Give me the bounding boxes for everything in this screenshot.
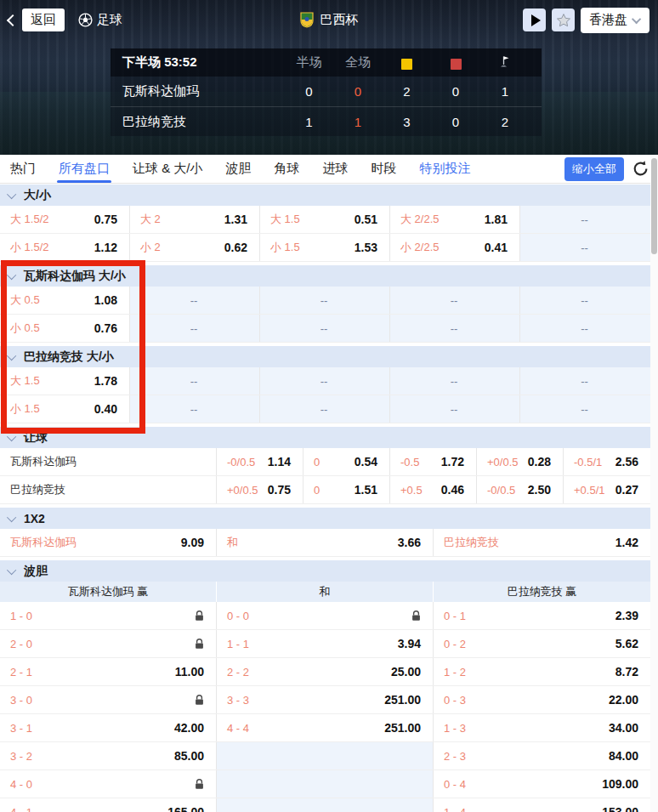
odds-cell[interactable]: 1 - 4153.00	[434, 798, 650, 812]
odds-cell[interactable]: 大 2/2.51.81	[390, 206, 520, 233]
odds-cell[interactable]: 大 1.51.78	[0, 367, 130, 395]
away-red-cards: 0	[431, 115, 480, 129]
odds-selection-label: -0.5/1	[574, 456, 602, 468]
odds-cell[interactable]: 大 1.50.51	[260, 206, 390, 233]
odds-selection-label: +0/0.5	[227, 484, 258, 497]
chevron-down-icon	[7, 512, 16, 521]
odds-cell[interactable]: 小 20.62	[130, 234, 260, 261]
odds-cell[interactable]: 00.54	[303, 448, 390, 475]
sport-label: 足球	[97, 12, 122, 28]
odds-cell[interactable]: 01.51	[303, 476, 390, 503]
odds-cell[interactable]: 1 - 28.72	[434, 658, 650, 685]
odds-value: 1.31	[224, 213, 247, 226]
odds-row: 瓦斯科达伽玛-0/0.51.1400.54-0.51.72+0/0.50.28-…	[0, 448, 650, 476]
odds-cell[interactable]: 0 - 4109.00	[434, 770, 650, 798]
odds-cell[interactable]: +0/0.50.75	[217, 476, 303, 503]
odds-cell[interactable]: 0 - 322.00	[434, 686, 650, 713]
odds-cell[interactable]: 2 - 225.00	[217, 658, 434, 685]
odds-cell[interactable]: 1 - 13.94	[217, 630, 434, 657]
odds-cell[interactable]: 大 1.5/20.75	[0, 206, 130, 233]
odds-cell[interactable]: 小 2/2.50.41	[390, 234, 520, 261]
scrollbar-thumb[interactable]	[651, 158, 657, 254]
odds-cell[interactable]: 瓦斯科达伽玛9.09	[0, 529, 217, 556]
odds-cell[interactable]: 4 - 4251.00	[217, 714, 434, 741]
odds-selection-label: -0/0.5	[227, 456, 255, 468]
tab-7[interactable]: 特别投注	[420, 155, 471, 184]
scoreboard-header: 下半场 53:52 半场 全场	[111, 48, 542, 77]
play-stream-button[interactable]	[523, 9, 546, 31]
odds-cell[interactable]: 3 - 3251.00	[217, 686, 434, 713]
odds-selection-label: 0 - 0	[227, 610, 249, 622]
odds-selection-label: 瓦斯科达伽玛	[10, 535, 77, 550]
odds-selection-label: 4 - 4	[227, 722, 249, 735]
tab-bar-tabs: 热门所有盘口让球 & 大/小波胆角球进球时段特别投注	[10, 155, 471, 184]
odds-cell[interactable]: 大 0.51.08	[0, 287, 130, 314]
odds-cell[interactable]: +0.5/10.27	[564, 476, 650, 503]
odds-cell[interactable]: 小 1.5/21.12	[0, 234, 130, 261]
odds-cell[interactable]: 巴拉纳竞技1.42	[434, 529, 650, 556]
scrollbar-track[interactable]	[650, 156, 658, 812]
odds-cell[interactable]: +0/0.50.28	[477, 448, 564, 475]
refresh-icon[interactable]	[632, 160, 649, 178]
section-header-over-under[interactable]: 大/小	[0, 185, 650, 206]
section-header-1x2[interactable]: 1X2	[0, 508, 650, 529]
tab-3[interactable]: 波胆	[226, 155, 252, 184]
corner-flag-icon	[480, 55, 530, 71]
score-column-headers: 瓦斯科达伽玛 赢和巴拉纳竞技 赢	[0, 582, 650, 602]
odds-market-select[interactable]: 香港盘	[581, 8, 649, 33]
no-odds-cell: --	[130, 287, 260, 314]
lock-icon	[195, 610, 204, 622]
home-red-cards: 0	[431, 84, 480, 99]
tab-2[interactable]: 让球 & 大/小	[133, 155, 203, 184]
tab-4[interactable]: 角球	[275, 155, 300, 184]
odds-cell[interactable]: 1 - 334.00	[434, 714, 650, 741]
odds-cell[interactable]: -0.5/12.56	[564, 448, 650, 475]
league-title: 巴西杯	[300, 12, 359, 28]
odds-cell[interactable]: 2 - 111.00	[0, 658, 217, 685]
odds-row: 3 - 285.002 - 384.00	[0, 742, 650, 770]
odds-cell[interactable]: +0.50.46	[390, 476, 477, 503]
away-yellow-cards: 3	[383, 115, 431, 129]
section-header-home-over-under[interactable]: 瓦斯科达伽玛 大/小	[0, 265, 650, 287]
odds-cell[interactable]: 4 - 1165.00	[0, 798, 217, 812]
tab-6[interactable]: 时段	[372, 155, 397, 184]
odds-value: 9.09	[181, 536, 204, 549]
odds-selection-label: 大 0.5	[10, 292, 40, 308]
section-header-away-over-under[interactable]: 巴拉纳竞技 大/小	[0, 346, 650, 367]
odds-cell[interactable]: -0/0.52.50	[477, 476, 564, 503]
back-button[interactable]: 返回	[9, 9, 65, 31]
odds-cell[interactable]: 和3.66	[217, 529, 434, 556]
odds-cell[interactable]: -0/0.51.14	[217, 448, 303, 475]
odds-cell[interactable]: 3 - 285.00	[0, 742, 217, 769]
odds-cell[interactable]: 大 21.31	[130, 206, 260, 233]
odds-cell: 0 - 0	[217, 602, 434, 629]
tab-1[interactable]: 所有盘口	[59, 155, 110, 184]
odds-cell[interactable]: 小 0.50.76	[0, 315, 130, 342]
odds-cell[interactable]: 2 - 384.00	[434, 742, 650, 769]
no-odds-cell: --	[520, 206, 650, 233]
odds-cell[interactable]: 0 - 12.39	[434, 602, 650, 629]
odds-cell[interactable]: 小 1.50.40	[0, 395, 130, 423]
collapse-all-button[interactable]: 缩小全部	[564, 157, 624, 181]
favorite-star-button[interactable]	[552, 9, 575, 31]
home-corners: 1	[480, 84, 530, 99]
odds-cell[interactable]: 小 1.51.53	[260, 234, 390, 261]
yellow-card-icon	[401, 59, 412, 70]
odds-selection-label: 巴拉纳竞技	[444, 535, 499, 550]
tab-5[interactable]: 进球	[323, 155, 349, 184]
odds-cell[interactable]: -0.51.72	[390, 448, 477, 475]
odds-value: 84.00	[609, 749, 638, 763]
odds-value: 85.00	[174, 749, 204, 763]
sport-breadcrumb[interactable]: 足球	[78, 12, 122, 28]
odds-value: 0.75	[268, 483, 291, 497]
odds-value: 153.00	[602, 805, 638, 812]
odds-value: 165.00	[167, 805, 204, 812]
section-header-correct-score[interactable]: 波胆	[0, 560, 650, 582]
section-title: 瓦斯科达伽玛 大/小	[24, 269, 126, 284]
no-odds-cell: --	[520, 234, 650, 261]
tab-0[interactable]: 热门	[10, 155, 36, 184]
odds-row: 3 - 142.004 - 4251.001 - 334.00	[0, 714, 650, 742]
odds-cell[interactable]: 3 - 142.00	[0, 714, 217, 741]
odds-cell[interactable]: 0 - 25.62	[434, 630, 650, 657]
section-header-handicap[interactable]: 让球	[0, 427, 650, 448]
